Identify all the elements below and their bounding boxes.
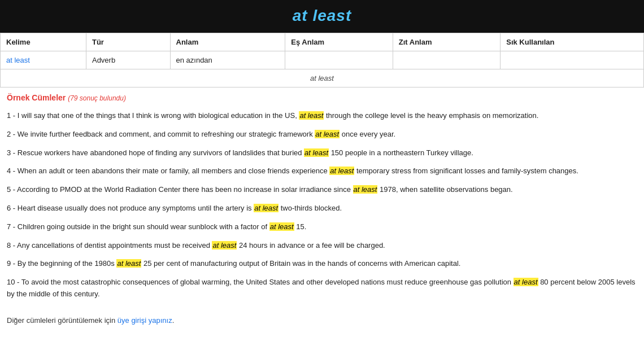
list-item: 2 - We invite further feedback and comme…: [7, 125, 637, 144]
word-link[interactable]: at least: [6, 56, 30, 64]
sentence-text: 150 people in a northeastern Turkey vill…: [329, 148, 473, 157]
list-item: 8 - Any cancellations of dentist appoint…: [7, 237, 637, 255]
highlighted-word: at least: [304, 148, 329, 157]
sentence-list: 1 - I will say that one of the things th…: [7, 107, 637, 304]
col-anlam: Anlam: [170, 33, 285, 51]
sentence-text: temporary stress from significant losses…: [354, 167, 578, 175]
list-item: 5 - According to PMOD at the World Radia…: [7, 181, 637, 199]
cell-antonym: [393, 51, 500, 69]
cell-common: [501, 51, 644, 69]
page-title: at least: [0, 7, 644, 25]
dictionary-table: Kelime Tür Anlam Eş Anlam Zıt Anlam Sık …: [0, 33, 644, 87]
list-item: 3 - Rescue workers have abandoned hope o…: [7, 144, 637, 163]
col-sik-kullanilan: Sık Kullanılan: [501, 33, 644, 51]
sentence-text: 1978, when satellite observations began.: [377, 185, 512, 194]
cell-type: Adverb: [86, 51, 170, 69]
footer-end: .: [172, 316, 175, 325]
sentence-text: - Any cancellations of dentist appointme…: [11, 241, 212, 250]
page-header: at least: [0, 0, 644, 33]
list-item: 10 - To avoid the most catastrophic cons…: [7, 273, 637, 304]
footer-note: Diğer cümleleri görüntülemek için üye gi…: [7, 313, 637, 330]
highlighted-word: at least: [514, 278, 538, 286]
sentence-text: 15.: [294, 222, 307, 231]
sentence-text: - Rescue workers have abandoned hope of …: [11, 148, 304, 157]
sentence-text: once every year.: [340, 130, 395, 138]
highlighted-word: at least: [212, 241, 237, 250]
highlighted-word: at least: [254, 204, 279, 212]
sentence-text: 24 hours in advance or a fee will be cha…: [237, 241, 385, 250]
section-title-text: Örnek Cümleler: [7, 93, 66, 102]
highlighted-word: at least: [315, 130, 340, 138]
sentence-text: - To avoid the most catastrophic consequ…: [15, 278, 513, 286]
list-item: 9 - By the beginning of the 1980s at lea…: [7, 255, 637, 273]
highlighted-word: at least: [269, 222, 294, 231]
table-header-row: Kelime Tür Anlam Eş Anlam Zıt Anlam Sık …: [1, 33, 644, 51]
table-row: at least Adverb en azından: [1, 51, 644, 69]
result-count: (79 sonuç bulundu): [68, 94, 126, 102]
list-item: 6 - Heart disease usually does not produ…: [7, 199, 637, 218]
cell-synonym: [285, 51, 393, 69]
footer-text: Diğer cümleleri görüntülemek için: [7, 316, 118, 325]
sentence-text: - Children going outside in the bright s…: [11, 222, 269, 231]
sentence-text: through the college level is the heavy e…: [324, 111, 538, 120]
highlighted-word: at least: [299, 111, 324, 120]
sentence-text: 25 per cent of manufacturing output of B…: [141, 259, 460, 268]
sentence-text: - According to PMOD at the World Radiati…: [11, 185, 353, 194]
audio-label: at least: [1, 69, 644, 87]
list-item: 4 - When an adult or teen abandons their…: [7, 162, 637, 181]
audio-row: at least: [1, 69, 644, 87]
sentence-text: - I will say that one of the things that…: [11, 111, 299, 120]
sentence-text: - Heart disease usually does not produce…: [11, 204, 254, 212]
examples-section: Örnek Cümleler (79 sonuç bulundu) 1 - I …: [0, 87, 644, 330]
cell-meaning: en azından: [170, 51, 285, 69]
list-item: 7 - Children going outside in the bright…: [7, 218, 637, 237]
highlighted-word: at least: [353, 185, 378, 194]
col-es-anlam: Eş Anlam: [285, 33, 393, 51]
highlighted-word: at least: [329, 167, 354, 175]
cell-word[interactable]: at least: [1, 51, 86, 69]
sentence-text: - By the beginning of the 1980s: [11, 259, 116, 268]
section-title: Örnek Cümleler (79 sonuç bulundu): [7, 93, 637, 102]
col-tur: Tür: [86, 33, 170, 51]
col-zit-anlam: Zıt Anlam: [393, 33, 500, 51]
sentence-text: - When an adult or teen abandons their m…: [11, 167, 329, 175]
login-link[interactable]: üye girişi yapınız: [118, 316, 172, 325]
sentence-text: - We invite further feedback and comment…: [11, 130, 315, 138]
col-kelime: Kelime: [1, 33, 86, 51]
sentence-text: two-thirds blocked.: [279, 204, 342, 212]
sentence-num: 10: [7, 278, 15, 286]
highlighted-word: at least: [116, 259, 141, 268]
list-item: 1 - I will say that one of the things th…: [7, 107, 637, 125]
